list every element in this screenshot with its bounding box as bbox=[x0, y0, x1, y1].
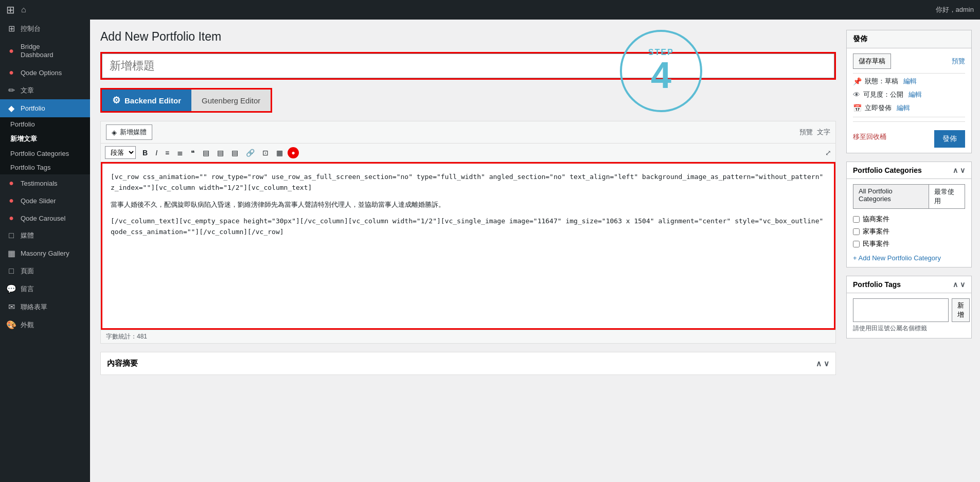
comments-icon: 💬 bbox=[6, 284, 16, 294]
sidebar-submenu-portfolio-tags[interactable]: Portfolio Tags bbox=[0, 160, 90, 174]
sidebar-item-bridge[interactable]: ● Bridge Dashboard bbox=[0, 38, 90, 64]
italic-button[interactable]: I bbox=[152, 147, 161, 159]
wp-logo-icon[interactable]: ⊞ bbox=[6, 4, 15, 16]
save-draft-button[interactable]: 儲存草稿 bbox=[853, 53, 891, 69]
editor-section: ◈ 新增媒體 預覽 文字 段落 B I ≡ ≣ ❝ ▤ ▤ bbox=[100, 121, 836, 344]
move-to-trash-link[interactable]: 移至回收桶 bbox=[853, 132, 886, 141]
align-left-button[interactable]: ▤ bbox=[200, 147, 212, 159]
preview-label[interactable]: 預覽 bbox=[799, 128, 813, 137]
content-area: STEP 4 Add New Portfolio Item ⚙ Backend … bbox=[90, 20, 846, 482]
align-center-icon: ▤ bbox=[217, 149, 224, 157]
content-summary-arrows: ∧ ∨ bbox=[816, 359, 829, 368]
sidebar-item-masonry[interactable]: ▦ Masonry Gallery bbox=[0, 244, 90, 262]
editor-content[interactable]: [vc_row css_animation="" row_type="row" … bbox=[102, 164, 834, 328]
special-icon: ● bbox=[292, 149, 295, 156]
submenu-label: Portfolio bbox=[10, 120, 35, 128]
add-media-button[interactable]: ◈ 新增媒體 bbox=[106, 124, 152, 140]
media-icon: □ bbox=[6, 231, 16, 240]
gutenberg-tab-label: Gutenberg Editor bbox=[202, 96, 260, 105]
sidebar-item-contact[interactable]: ✉ 聯絡表單 bbox=[0, 298, 90, 316]
title-input[interactable] bbox=[102, 53, 834, 78]
cat-chevron-up-icon[interactable]: ∧ bbox=[953, 166, 958, 174]
admin-greeting: 你好，admin bbox=[936, 5, 974, 14]
publish-date-label: 立即發佈 bbox=[865, 103, 892, 113]
special-button[interactable]: ● bbox=[288, 147, 299, 158]
publish-button[interactable]: 發佈 bbox=[934, 130, 965, 148]
tags-add-button[interactable]: 新增 bbox=[952, 298, 970, 322]
all-categories-tab[interactable]: All Portfolio Categories bbox=[853, 184, 929, 209]
gutenberg-editor-tab[interactable]: Gutenberg Editor bbox=[191, 90, 271, 111]
sidebar-item-portfolio[interactable]: ◆ Portfolio bbox=[0, 99, 90, 117]
publish-box-header: 發佈 bbox=[847, 30, 971, 48]
fullscreen-toggle-button[interactable]: ⊡ bbox=[259, 147, 272, 159]
sidebar-item-comments[interactable]: 💬 留言 bbox=[0, 280, 90, 298]
format-select[interactable]: 段落 bbox=[105, 146, 136, 159]
visibility-row: 👁 可見度：公開 編輯 bbox=[853, 90, 965, 99]
tags-input[interactable] bbox=[853, 298, 949, 322]
portfolio-categories-header[interactable]: Portfolio Categories ∧ ∨ bbox=[847, 162, 971, 179]
category-checkbox-3[interactable] bbox=[853, 241, 860, 247]
backend-editor-tab[interactable]: ⚙ Backend Editor bbox=[102, 90, 191, 111]
sidebar-item-label: Qode Options bbox=[21, 69, 62, 77]
editor-line1: [vc_row css_animation="" row_type="row" … bbox=[111, 172, 826, 193]
ordered-list-button[interactable]: ≣ bbox=[174, 147, 186, 159]
divider bbox=[853, 73, 965, 74]
masonry-icon: ▦ bbox=[6, 248, 16, 258]
sidebar-item-media[interactable]: □ 媒體 bbox=[0, 227, 90, 244]
status-edit-link[interactable]: 編輯 bbox=[903, 77, 917, 86]
align-center-button[interactable]: ▤ bbox=[214, 147, 227, 159]
portfolio-categories-title: Portfolio Categories bbox=[853, 166, 922, 174]
category-item-1: 協商案件 bbox=[853, 213, 965, 225]
sidebar-item-pages[interactable]: □ 頁面 bbox=[0, 262, 90, 280]
editor-content-wrapper: [vc_row css_animation="" row_type="row" … bbox=[101, 162, 835, 330]
category-label-1: 協商案件 bbox=[863, 215, 889, 224]
appearance-icon: 🎨 bbox=[6, 320, 16, 330]
tags-chevron-down-icon[interactable]: ∨ bbox=[960, 280, 965, 289]
bridge-label-line1: Bridge bbox=[21, 43, 54, 51]
link-button[interactable]: 🔗 bbox=[243, 147, 258, 159]
sidebar-submenu-portfolio-categories[interactable]: Portfolio Categories bbox=[0, 147, 90, 160]
text-label[interactable]: 文字 bbox=[817, 128, 830, 137]
admin-bar-left: ⊞ ⌂ bbox=[6, 4, 26, 16]
content-summary-header: 內容摘要 ∧ ∨ bbox=[107, 359, 829, 368]
category-checkbox-2[interactable] bbox=[853, 228, 860, 235]
sidebar-item-label: Portfolio bbox=[21, 104, 45, 112]
sidebar-item-label: 控制台 bbox=[21, 24, 41, 33]
submenu-label: Portfolio Categories bbox=[10, 150, 69, 157]
page-title: Add New Portfolio Item bbox=[100, 30, 836, 44]
portfolio-tags-header[interactable]: Portfolio Tags ∧ ∨ bbox=[847, 276, 971, 293]
table-button[interactable]: ▦ bbox=[273, 147, 286, 159]
sidebar-item-qode-carousel[interactable]: ● Qode Carousel bbox=[0, 209, 90, 227]
sidebar: ⊞ 控制台 ● Bridge Dashboard ● Qode Options … bbox=[0, 20, 90, 482]
sidebar-item-articles[interactable]: ✏ 文章 bbox=[0, 81, 90, 99]
unordered-list-button[interactable]: ≡ bbox=[162, 147, 172, 159]
tags-chevron-up-icon[interactable]: ∧ bbox=[953, 280, 958, 289]
sidebar-item-testimonials[interactable]: ● Testimonials bbox=[0, 174, 90, 192]
add-media-label: 新增媒體 bbox=[120, 128, 147, 137]
visibility-edit-link[interactable]: 編輯 bbox=[908, 90, 922, 99]
most-used-tab[interactable]: 最常使用 bbox=[929, 184, 965, 209]
align-right-button[interactable]: ▤ bbox=[228, 147, 241, 159]
chevron-down-icon[interactable]: ∨ bbox=[824, 359, 829, 368]
sidebar-item-qode-options[interactable]: ● Qode Options bbox=[0, 64, 90, 81]
sidebar-item-dashboard[interactable]: ⊞ 控制台 bbox=[0, 20, 90, 38]
sidebar-item-qode-slider[interactable]: ● Qode Slider bbox=[0, 192, 90, 209]
portfolio-tags-content: 新增 請使用田逗號公屬名個標籤 bbox=[847, 293, 971, 338]
cat-chevron-down-icon[interactable]: ∨ bbox=[960, 166, 965, 174]
publish-date-edit-link[interactable]: 編輯 bbox=[897, 103, 910, 113]
sidebar-submenu-portfolio-new[interactable]: 新增文章 bbox=[0, 131, 90, 147]
chevron-up-icon[interactable]: ∧ bbox=[816, 359, 822, 368]
portfolio-categories-box: Portfolio Categories ∧ ∨ All Portfolio C… bbox=[846, 162, 972, 267]
preview-link[interactable]: 預覽 bbox=[952, 57, 965, 66]
add-new-category-link[interactable]: + Add New Portfolio Category bbox=[853, 254, 965, 262]
blockquote-button[interactable]: ❝ bbox=[188, 147, 198, 159]
sidebar-item-appearance[interactable]: 🎨 外觀 bbox=[0, 316, 90, 334]
category-checkbox-1[interactable] bbox=[853, 216, 860, 223]
home-icon[interactable]: ⌂ bbox=[21, 5, 26, 14]
bold-button[interactable]: B bbox=[139, 147, 151, 159]
expand-icon[interactable]: ⤢ bbox=[825, 149, 831, 157]
visibility-icon: 👁 bbox=[853, 91, 860, 99]
category-tabs: All Portfolio Categories 最常使用 bbox=[853, 184, 965, 209]
status-label: 狀態：草稿 bbox=[865, 77, 898, 86]
sidebar-submenu-portfolio-list[interactable]: Portfolio bbox=[0, 117, 90, 131]
